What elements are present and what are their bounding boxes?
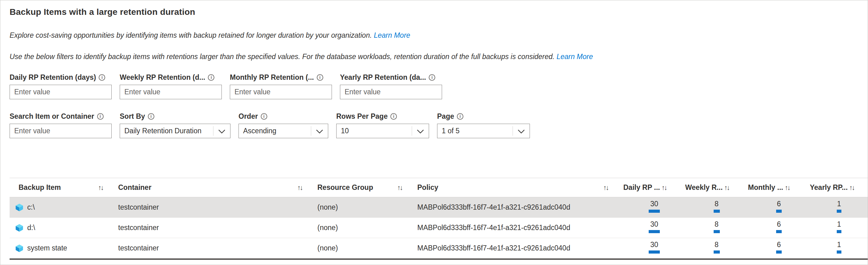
- sort-by-label-row: Sort By i: [120, 112, 230, 121]
- table-row[interactable]: c:\ testcontainer (none) MABPol6d333bff-…: [9, 197, 868, 218]
- daily-rp-retention-label: Daily RP Retention (days): [9, 73, 96, 81]
- rows-per-page-field: Rows Per Page i 10: [336, 112, 429, 138]
- backup-item-name: d:\: [27, 224, 35, 232]
- page-title: Backup Items with a large retention dura…: [9, 7, 868, 17]
- sort-icon[interactable]: ↑↓: [849, 184, 855, 192]
- table-row[interactable]: system state testcontainer (none) MABPol…: [9, 238, 868, 259]
- weekly-rp-retention-label: Weekly RP Retention (d...: [120, 73, 205, 81]
- backup-items-page: { "page": { "title": "Backup Items with …: [0, 0, 868, 265]
- daily-rp-cell: 30: [623, 218, 685, 238]
- backup-item-name: c:\: [27, 203, 35, 211]
- dropdown-divider: [513, 126, 513, 136]
- policy-value: MABPol6d333bff-16f7-4e1f-a321-c9261adc04…: [417, 224, 570, 232]
- column-label: Backup Item: [19, 184, 61, 192]
- weekly-rp-retention-field: Weekly RP Retention (d... i: [120, 73, 222, 99]
- weekly-rp-bar: [714, 210, 720, 213]
- sort-icon[interactable]: ↑↓: [661, 184, 667, 192]
- column-header-resource-group[interactable]: Resource Group ↑↓: [317, 178, 417, 197]
- sort-icon[interactable]: ↑↓: [397, 184, 403, 192]
- backup-item-icon: [15, 244, 24, 252]
- daily-rp-cell: 30: [623, 197, 685, 218]
- daily-rp-retention-label-row: Daily RP Retention (days) i: [9, 73, 112, 82]
- daily-rp-cell: 30: [623, 238, 685, 258]
- policy-cell: MABPol6d333bff-16f7-4e1f-a321-c9261adc04…: [417, 238, 623, 258]
- sort-icon[interactable]: ↑↓: [98, 184, 104, 192]
- info-icon[interactable]: i: [317, 74, 323, 81]
- sort-icon[interactable]: ↑↓: [603, 184, 609, 192]
- table-header-row: Backup Item ↑↓ Container ↑↓ Resource Gro…: [9, 178, 868, 197]
- column-label: Resource Group: [317, 184, 373, 192]
- table-row[interactable]: d:\ testcontainer (none) MABPol6d333bff-…: [9, 218, 868, 238]
- search-label-row: Search Item or Container i: [9, 112, 112, 121]
- yearly-rp-value: 1: [837, 199, 841, 208]
- column-header-container[interactable]: Container ↑↓: [118, 178, 317, 197]
- info-icon[interactable]: i: [261, 113, 267, 120]
- container-value: testcontainer: [118, 244, 159, 252]
- weekly-rp-cell: 8: [685, 238, 748, 258]
- search-input[interactable]: [9, 124, 112, 138]
- backup-item-name: system state: [27, 244, 67, 252]
- container-value: testcontainer: [118, 224, 159, 232]
- column-label: Container: [118, 184, 151, 192]
- column-label: Daily RP ...: [623, 184, 660, 192]
- backup-item-icon: [15, 224, 24, 232]
- order-dropdown[interactable]: Ascending: [239, 124, 328, 138]
- weekly-rp-bar: [714, 251, 720, 254]
- sort-icon[interactable]: ↑↓: [724, 184, 730, 192]
- monthly-rp-retention-label-row: Monthly RP Retention (... i: [230, 73, 332, 82]
- policy-cell: MABPol6d333bff-16f7-4e1f-a321-c9261adc04…: [417, 218, 623, 238]
- sort-icon[interactable]: ↑↓: [297, 184, 303, 192]
- rows-per-page-dropdown[interactable]: 10: [336, 124, 429, 138]
- chevron-down-icon: [316, 129, 323, 134]
- learn-more-link-2[interactable]: Learn More: [557, 53, 593, 61]
- description-2: Use the below filters to identify backup…: [9, 53, 868, 61]
- column-header-policy[interactable]: Policy ↑↓: [417, 178, 623, 197]
- column-header-monthly-rp[interactable]: Monthly ... ↑↓: [748, 178, 810, 197]
- resource-group-value: (none): [317, 203, 338, 211]
- page-value: 1 of 5: [442, 127, 460, 135]
- resource-group-cell: (none): [317, 218, 417, 238]
- page-dropdown[interactable]: 1 of 5: [437, 124, 530, 138]
- monthly-rp-cell: 6: [748, 218, 810, 238]
- learn-more-link-1[interactable]: Learn More: [374, 31, 410, 39]
- info-icon[interactable]: i: [97, 113, 104, 120]
- monthly-rp-retention-input[interactable]: [230, 85, 332, 99]
- monthly-rp-retention-field: Monthly RP Retention (... i: [230, 73, 332, 99]
- search-sort-filter-row: Search Item or Container i Sort By i Dai…: [9, 112, 868, 138]
- description-2-text: Use the below filters to identify backup…: [9, 53, 555, 61]
- chevron-down-icon: [218, 129, 225, 134]
- info-icon[interactable]: i: [429, 74, 435, 81]
- sort-icon[interactable]: ↑↓: [785, 184, 790, 192]
- yearly-rp-bar: [837, 230, 841, 233]
- info-icon[interactable]: i: [391, 113, 397, 120]
- info-icon[interactable]: i: [99, 74, 105, 81]
- yearly-rp-retention-input[interactable]: [340, 85, 442, 99]
- monthly-rp-bar: [776, 251, 782, 254]
- yearly-rp-cell: 1: [810, 218, 868, 238]
- weekly-rp-cell: 8: [685, 218, 748, 238]
- sort-by-label: Sort By: [120, 112, 145, 121]
- info-icon[interactable]: i: [148, 113, 154, 120]
- weekly-rp-cell: 8: [685, 197, 748, 218]
- daily-rp-bar: [649, 210, 660, 213]
- sort-by-value: Daily Retention Duration: [124, 127, 202, 135]
- main-content: Backup Items with a large retention dura…: [0, 0, 868, 138]
- info-icon[interactable]: i: [208, 74, 214, 81]
- monthly-rp-value: 6: [777, 220, 781, 229]
- rows-per-page-value: 10: [341, 127, 349, 135]
- column-header-yearly-rp[interactable]: Yearly RP... ↑↓: [810, 178, 868, 197]
- order-label-row: Order i: [239, 112, 328, 121]
- sort-by-dropdown[interactable]: Daily Retention Duration: [120, 124, 230, 138]
- column-header-daily-rp[interactable]: Daily RP ... ↑↓: [623, 178, 685, 197]
- weekly-rp-retention-input[interactable]: [120, 85, 222, 99]
- column-header-backup-item[interactable]: Backup Item ↑↓: [9, 178, 118, 197]
- resource-group-cell: (none): [317, 197, 417, 218]
- policy-value: MABPol6d333bff-16f7-4e1f-a321-c9261adc04…: [417, 203, 570, 211]
- yearly-rp-value: 1: [837, 220, 841, 229]
- daily-rp-retention-input[interactable]: [9, 85, 112, 99]
- info-icon[interactable]: i: [457, 113, 463, 120]
- daily-rp-value: 30: [650, 220, 658, 229]
- order-label: Order: [239, 112, 258, 121]
- column-header-weekly-rp[interactable]: Weekly R... ↑↓: [685, 178, 748, 197]
- yearly-rp-cell: 1: [810, 238, 868, 258]
